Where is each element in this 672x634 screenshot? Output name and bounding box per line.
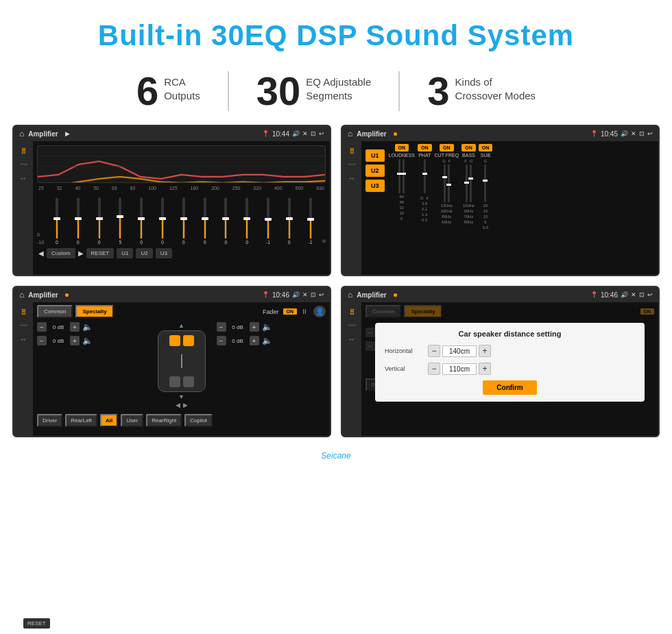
close-icon[interactable]: ✕ bbox=[302, 130, 308, 137]
home-icon[interactable]: ⌂ bbox=[19, 129, 24, 138]
horizontal-minus[interactable]: − bbox=[428, 345, 440, 357]
slider-12[interactable]: 0 bbox=[280, 197, 299, 245]
fr-minus[interactable]: − bbox=[217, 322, 226, 332]
amp-channels-area: U1 U2 U3 ON LOUDNESS bbox=[361, 141, 658, 275]
home-icon-4[interactable]: ⌂ bbox=[348, 290, 352, 300]
cutfreq-slider-1[interactable] bbox=[444, 164, 446, 202]
vertical-plus[interactable]: + bbox=[479, 363, 491, 375]
fr-plus[interactable]: + bbox=[250, 322, 259, 332]
arrows-icon-4[interactable]: ↔ bbox=[348, 335, 356, 343]
u1-select[interactable]: U1 bbox=[365, 149, 385, 162]
rl-plus[interactable]: + bbox=[70, 336, 80, 345]
on-badge-3[interactable]: ON bbox=[283, 308, 298, 315]
phat-slider-1[interactable] bbox=[424, 159, 426, 193]
home-icon-2[interactable]: ⌂ bbox=[348, 129, 352, 138]
volume-icon-3[interactable]: 🔊 bbox=[292, 291, 300, 298]
close-icon-2[interactable]: ✕ bbox=[631, 130, 636, 137]
cutfreq-slider-2[interactable] bbox=[448, 164, 450, 202]
user-icon-3[interactable]: 👤 bbox=[313, 306, 326, 317]
back-icon[interactable]: ↩ bbox=[319, 130, 324, 137]
back-icon-4[interactable]: ↩ bbox=[647, 291, 653, 298]
back-icon-3[interactable]: ↩ bbox=[319, 291, 324, 298]
slider-5[interactable]: 0 bbox=[132, 197, 151, 245]
confirm-button[interactable]: Confirm bbox=[483, 380, 536, 395]
user-btn[interactable]: User bbox=[121, 414, 143, 427]
u1-button[interactable]: U1 bbox=[117, 248, 133, 258]
eq-icon-4[interactable]: 🎚 bbox=[348, 308, 356, 316]
wave-icon-3[interactable]: 〰 bbox=[20, 321, 27, 330]
custom-button[interactable]: Custom bbox=[47, 248, 75, 258]
play-icon[interactable]: ▶ bbox=[65, 130, 70, 137]
cutfreq-on[interactable]: ON bbox=[440, 144, 454, 151]
phat-on[interactable]: ON bbox=[418, 144, 432, 151]
bass-slider-2[interactable] bbox=[470, 164, 472, 202]
eq-icon-2[interactable]: 🎚 bbox=[348, 147, 356, 155]
slider-2[interactable]: 0 bbox=[69, 197, 88, 245]
volume-icon[interactable]: 🔊 bbox=[292, 130, 300, 137]
window-icon-2[interactable]: ⊡ bbox=[639, 130, 645, 137]
rr-minus[interactable]: − bbox=[217, 336, 226, 345]
common-tab[interactable]: Common bbox=[37, 305, 73, 318]
slider-3[interactable]: 0 bbox=[90, 197, 109, 245]
wave-icon[interactable]: 〰 bbox=[20, 160, 27, 169]
rl-minus[interactable]: − bbox=[37, 336, 47, 345]
reset-button[interactable]: RESET bbox=[86, 248, 115, 258]
u3-select[interactable]: U3 bbox=[365, 180, 385, 192]
window-icon-3[interactable]: ⊡ bbox=[311, 291, 316, 298]
bass-slider-1[interactable] bbox=[466, 164, 468, 202]
stat-crossover: 3 Kinds ofCrossover Modes bbox=[400, 71, 563, 111]
home-icon-3[interactable]: ⌂ bbox=[19, 290, 24, 300]
rearleft-btn[interactable]: RearLeft bbox=[65, 414, 97, 427]
copilot-btn[interactable]: Copilot bbox=[184, 414, 213, 427]
prev-button[interactable]: ◀ bbox=[38, 249, 44, 257]
slider-9[interactable]: 0 bbox=[217, 197, 236, 245]
screen4-icons: 📍 10:46 🔊 ✕ ⊡ ↩ bbox=[590, 291, 653, 299]
vertical-minus[interactable]: − bbox=[428, 363, 440, 375]
u3-button[interactable]: U3 bbox=[156, 248, 172, 258]
position-buttons: Driver RearLeft All User RearRight Copil… bbox=[37, 414, 326, 427]
loudness-on[interactable]: ON bbox=[395, 144, 409, 151]
slider-10[interactable]: 0 bbox=[237, 197, 256, 245]
sub-slider-1[interactable] bbox=[484, 164, 486, 202]
expand-icon[interactable]: » bbox=[322, 237, 326, 245]
fl-plus[interactable]: + bbox=[70, 322, 80, 332]
all-btn[interactable]: All bbox=[100, 414, 118, 427]
fl-minus[interactable]: − bbox=[37, 322, 47, 332]
rr-plus[interactable]: + bbox=[250, 336, 259, 345]
screen1-icons: 📍 10:44 🔊 ✕ ⊡ ↩ bbox=[262, 130, 324, 138]
slider-11[interactable]: -1 bbox=[259, 197, 278, 245]
freq-63: 63 bbox=[112, 186, 117, 191]
u2-button[interactable]: U2 bbox=[136, 248, 152, 258]
eq-icon[interactable]: 🎚 bbox=[20, 147, 27, 155]
window-icon-4[interactable]: ⊡ bbox=[639, 291, 645, 298]
loudness-slider-1[interactable] bbox=[398, 159, 400, 193]
sub-on[interactable]: ON bbox=[479, 144, 493, 151]
volume-icon-2[interactable]: 🔊 bbox=[621, 130, 628, 137]
wave-icon-2[interactable]: 〰 bbox=[348, 160, 356, 169]
wave-icon-4[interactable]: 〰 bbox=[348, 321, 356, 330]
next-button[interactable]: ▶ bbox=[78, 249, 84, 257]
arrows-icon[interactable]: ↔ bbox=[20, 174, 27, 182]
loudness-slider-2[interactable] bbox=[403, 159, 405, 193]
window-icon[interactable]: ⊡ bbox=[311, 130, 316, 137]
slider-8[interactable]: 0 bbox=[195, 197, 215, 245]
slider-4[interactable]: 5 bbox=[111, 197, 130, 245]
rearright-btn[interactable]: RearRight bbox=[146, 414, 182, 427]
u2-select[interactable]: U2 bbox=[365, 164, 385, 177]
arrows-icon-2[interactable]: ↔ bbox=[348, 174, 356, 182]
slider-6[interactable]: 0 bbox=[153, 197, 172, 245]
slider-13[interactable]: -1 bbox=[301, 197, 320, 245]
slider-1[interactable]: 0 bbox=[47, 197, 67, 245]
slider-7[interactable]: 0 bbox=[174, 197, 193, 245]
driver-btn[interactable]: Driver bbox=[37, 414, 62, 427]
close-icon-4[interactable]: ✕ bbox=[631, 291, 636, 298]
arrows-icon-3[interactable]: ↔ bbox=[20, 335, 27, 343]
eq-icon-3[interactable]: 🎚 bbox=[20, 308, 27, 316]
close-icon-3[interactable]: ✕ bbox=[302, 291, 308, 298]
bass-on[interactable]: ON bbox=[461, 144, 476, 151]
specialty-tab[interactable]: Specialty bbox=[75, 305, 113, 318]
fl-vol: 0 dB bbox=[49, 324, 67, 330]
volume-icon-4[interactable]: 🔊 bbox=[621, 291, 628, 298]
horizontal-plus[interactable]: + bbox=[479, 345, 491, 357]
back-icon-2[interactable]: ↩ bbox=[647, 130, 653, 137]
